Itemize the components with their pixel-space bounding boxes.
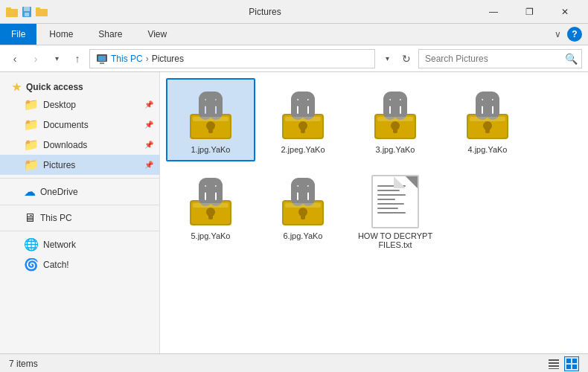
svg-rect-16 <box>208 126 213 133</box>
sidebar-item-desktop[interactable]: 📁 Desktop 📌 <box>0 94 159 115</box>
file-item-1[interactable]: 2.jpeg.YaKo <box>258 78 348 161</box>
maximize-button[interactable]: ❐ <box>512 0 546 24</box>
sidebar-item-pictures[interactable]: 📁 Pictures 📌 <box>0 155 159 175</box>
sidebar-item-downloads[interactable]: 📁 Downloads 📌 <box>0 135 159 155</box>
tab-file[interactable]: File <box>0 24 36 45</box>
sidebar-label-onedrive: OneDrive <box>40 187 78 197</box>
svg-rect-61 <box>549 368 559 369</box>
close-button[interactable]: ✕ <box>548 0 582 24</box>
expand-ribbon-icon[interactable]: ∨ <box>555 29 561 39</box>
svg-rect-32 <box>393 126 397 133</box>
pin-icon-desktop: 📌 <box>144 100 153 109</box>
folder-icon-downloads: 📁 <box>24 138 39 152</box>
ribbon-tabs: File Home Share View ∨ ? <box>0 24 588 45</box>
sidebar-label-network: Network <box>43 240 76 250</box>
pin-icon-downloads: 📌 <box>144 141 153 149</box>
path-current: Pictures <box>152 54 184 64</box>
address-bar: ‹ › ▾ ↑ This PC › Pictures ▾ ↻ 🔍 <box>0 45 588 72</box>
onedrive-icon: ☁ <box>24 185 36 199</box>
main-layout: ★ Quick access 📁 Desktop 📌 📁 Documents 📌… <box>0 72 588 353</box>
sidebar-divider-2 <box>0 205 159 205</box>
refresh-button[interactable]: ↻ <box>397 50 415 68</box>
pin-icon-pictures: 📌 <box>144 161 153 169</box>
sidebar-item-network[interactable]: 🌐 Network <box>0 234 159 254</box>
svg-rect-62 <box>566 359 571 363</box>
app-icon <box>6 6 18 18</box>
txt-icon-lines <box>373 185 418 214</box>
file-item-6[interactable]: HOW TO DECRYPT FILES.txt <box>351 164 440 257</box>
network-icon: 🌐 <box>24 237 39 251</box>
svg-rect-63 <box>572 359 577 363</box>
tab-view[interactable]: View <box>135 24 179 45</box>
svg-rect-48 <box>208 212 213 219</box>
sidebar-item-onedrive[interactable]: ☁ OneDrive <box>0 182 159 202</box>
sidebar-label-desktop: Desktop <box>43 100 76 110</box>
save-icon <box>21 6 33 18</box>
forward-button[interactable]: › <box>27 50 45 68</box>
sidebar-divider-1 <box>0 178 159 179</box>
lock-icon-5 <box>273 172 333 231</box>
svg-rect-64 <box>566 365 571 369</box>
dropdown-button[interactable]: ▾ <box>48 50 65 68</box>
list-view-button[interactable] <box>546 356 561 371</box>
thispc-icon: 🖥 <box>24 211 36 225</box>
folder-icon-small <box>36 6 48 18</box>
sidebar-label-catch: Catch! <box>43 260 69 270</box>
folder-icon-desktop: 📁 <box>24 97 39 112</box>
sidebar-label-pictures: Pictures <box>43 160 75 170</box>
sidebar-label-downloads: Downloads <box>43 140 87 150</box>
quick-access-header[interactable]: ★ Quick access <box>0 78 159 94</box>
pin-icon-documents: 📌 <box>144 121 153 129</box>
title-bar-app-icons <box>6 6 48 18</box>
folder-icon-pictures: 📁 <box>24 158 39 172</box>
file-area: 1.jpg.YaKo 2.jpeg.YaKo <box>160 72 588 353</box>
quick-access-label: Quick access <box>26 82 83 92</box>
file-name-1: 2.jpeg.YaKo <box>281 145 325 154</box>
svg-rect-60 <box>549 365 559 367</box>
address-path[interactable]: This PC › Pictures <box>89 49 375 68</box>
back-button[interactable]: ‹ <box>6 50 24 68</box>
path-this-pc: This PC <box>111 54 143 64</box>
svg-rect-41 <box>470 117 505 121</box>
file-name-6: HOW TO DECRYPT FILES.txt <box>355 231 435 249</box>
file-item-4[interactable]: 5.jpg.YaKo <box>166 164 255 257</box>
svg-rect-9 <box>100 62 104 64</box>
dropdown-path-button[interactable]: ▾ <box>378 50 396 68</box>
item-count: 7 items <box>9 359 38 369</box>
search-input[interactable] <box>418 49 582 68</box>
txt-icon-container <box>365 172 425 231</box>
catch-icon: 🌀 <box>24 257 39 272</box>
help-icon[interactable]: ? <box>567 27 582 42</box>
tab-share[interactable]: Share <box>86 24 135 45</box>
file-item-5[interactable]: 6.jpg.YaKo <box>258 164 348 257</box>
up-button[interactable]: ↑ <box>68 50 86 68</box>
svg-rect-25 <box>285 117 321 121</box>
svg-rect-40 <box>485 126 490 133</box>
file-item-3[interactable]: 4.jpg.YaKo <box>443 78 532 161</box>
file-item-0[interactable]: 1.jpg.YaKo <box>166 78 255 161</box>
lock-icon-1 <box>273 86 333 145</box>
svg-rect-4 <box>25 13 29 16</box>
folder-icon-documents: 📁 <box>24 118 39 132</box>
ribbon: File Home Share View ∨ ? <box>0 24 588 45</box>
svg-rect-58 <box>549 359 559 361</box>
sidebar-item-catch[interactable]: 🌀 Catch! <box>0 254 159 275</box>
svg-rect-33 <box>377 117 413 121</box>
file-name-5: 6.jpg.YaKo <box>283 231 322 240</box>
large-icons-view-button[interactable] <box>564 356 579 371</box>
svg-rect-65 <box>572 365 577 369</box>
txt-file-icon <box>371 175 419 228</box>
lock-icon-3 <box>458 86 517 145</box>
svg-rect-24 <box>301 126 305 133</box>
sidebar-label-documents: Documents <box>43 120 89 130</box>
minimize-button[interactable]: — <box>476 0 511 24</box>
sidebar-label-thispc: This PC <box>40 213 72 223</box>
path-sep1: › <box>146 54 149 64</box>
file-name-0: 1.jpg.YaKo <box>191 145 230 154</box>
search-wrapper: 🔍 <box>418 49 582 68</box>
sidebar-item-documents[interactable]: 📁 Documents 📌 <box>0 115 159 135</box>
svg-rect-3 <box>24 7 30 11</box>
tab-home[interactable]: Home <box>36 24 86 45</box>
sidebar-item-thispc[interactable]: 🖥 This PC <box>0 208 159 228</box>
file-item-2[interactable]: 3.jpg.YaKo <box>351 78 440 161</box>
